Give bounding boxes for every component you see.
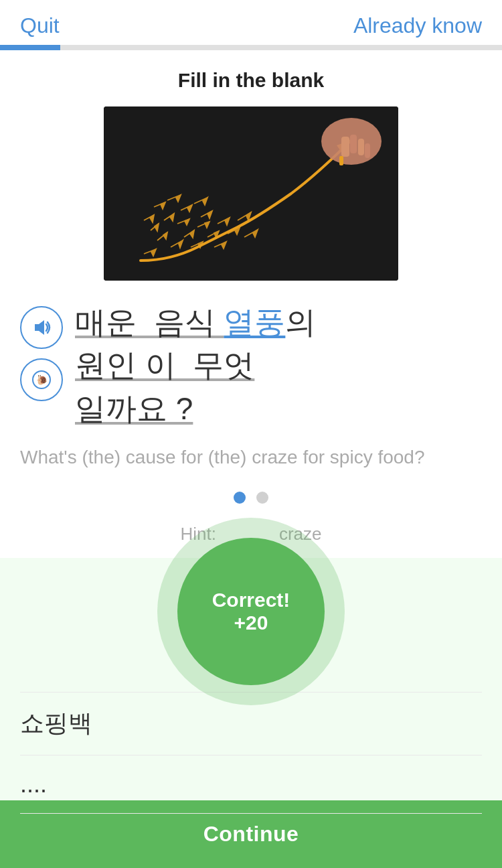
- section-title: Fill in the blank: [0, 69, 502, 92]
- hint-label: Hint:: [181, 524, 216, 544]
- korean-word-4: 원인 이 무엇: [75, 348, 254, 382]
- flashcard-image: [104, 106, 398, 281]
- hint-english: craze: [279, 524, 322, 544]
- audio-buttons: 🐌: [20, 306, 63, 401]
- translation: What's (the) cause for (the) craze for s…: [0, 443, 502, 472]
- answer-items: 쇼핑백 ....: [0, 692, 502, 814]
- correct-points: +20: [234, 611, 268, 634]
- progress-bar-fill: [0, 45, 60, 50]
- korean-word-1: 매운 음식: [75, 305, 224, 340]
- bubble-wrapper: Correct! +20: [0, 558, 502, 692]
- korean-word-highlight: 열풍: [224, 305, 285, 340]
- svg-rect-48: [365, 143, 370, 158]
- svg-marker-50: [35, 320, 44, 335]
- svg-rect-49: [339, 156, 343, 165]
- header: Quit Already know: [0, 0, 502, 45]
- audio-slow-button[interactable]: 🐌: [20, 358, 63, 401]
- correct-bubble: Correct! +20: [177, 538, 325, 685]
- progress-bar-container: [0, 45, 502, 50]
- audio-normal-button[interactable]: [20, 306, 63, 349]
- svg-rect-47: [358, 139, 364, 155]
- already-know-button[interactable]: Already know: [353, 13, 482, 38]
- korean-word-3: 의: [285, 305, 316, 340]
- dot-1: [234, 492, 246, 504]
- correct-label: Correct!: [212, 589, 290, 611]
- answer-item-2[interactable]: ....: [20, 755, 482, 814]
- svg-rect-46: [350, 135, 357, 153]
- image-container: [20, 106, 482, 281]
- volume-icon: [31, 317, 52, 338]
- svg-text:🐌: 🐌: [36, 374, 48, 386]
- dot-2: [256, 492, 268, 504]
- quit-button[interactable]: Quit: [20, 13, 60, 38]
- sentence-area: 🐌 매운 음식 열풍의 원인 이 무엇 일까요 ?: [0, 301, 502, 430]
- korean-sentence: 매운 음식 열풍의 원인 이 무엇 일까요 ?: [75, 301, 489, 430]
- answer-item-1[interactable]: 쇼핑백: [20, 692, 482, 755]
- dots-indicator: [0, 492, 502, 504]
- svg-rect-45: [341, 137, 349, 157]
- slow-audio-icon: 🐌: [31, 369, 52, 390]
- korean-word-5: 일까요 ?: [75, 391, 193, 426]
